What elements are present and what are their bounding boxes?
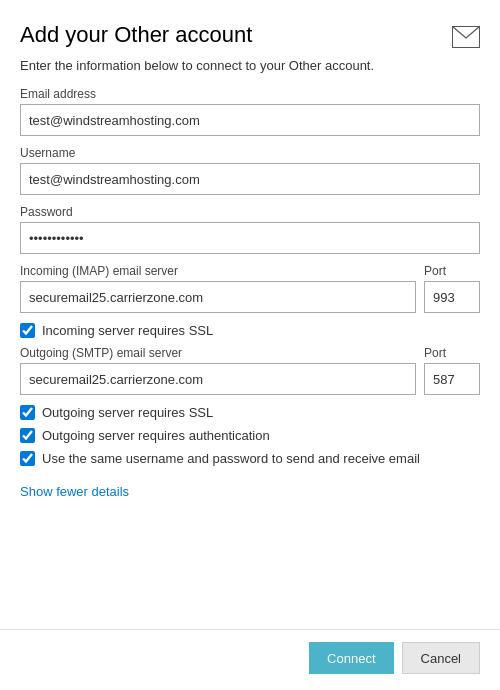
form-body: Email address Username Password Incoming… <box>0 87 500 629</box>
outgoing-auth-checkbox[interactable] <box>20 428 35 443</box>
outgoing-server-field-group: Outgoing (SMTP) email server Port <box>20 346 480 395</box>
incoming-port-group: Port <box>424 264 480 313</box>
incoming-port-input[interactable] <box>424 281 480 313</box>
page-title: Add your Other account <box>20 22 252 48</box>
email-field-group: Email address <box>20 87 480 136</box>
footer: Connect Cancel <box>0 630 500 690</box>
mail-icon <box>452 26 480 48</box>
page-container: Add your Other account Enter the informa… <box>0 0 500 690</box>
incoming-ssl-group: Incoming server requires SSL <box>20 323 480 338</box>
incoming-server-field-group: Incoming (IMAP) email server Port <box>20 264 480 313</box>
outgoing-port-input[interactable] <box>424 363 480 395</box>
outgoing-port-group: Port <box>424 346 480 395</box>
password-input[interactable] <box>20 222 480 254</box>
incoming-server-input[interactable] <box>20 281 416 313</box>
incoming-server-label: Incoming (IMAP) email server <box>20 264 416 278</box>
outgoing-ssl-checkbox[interactable] <box>20 405 35 420</box>
outgoing-auth-label[interactable]: Outgoing server requires authentication <box>42 428 270 443</box>
same-credentials-group: Use the same username and password to se… <box>20 451 480 466</box>
outgoing-server-input[interactable] <box>20 363 416 395</box>
incoming-ssl-label[interactable]: Incoming server requires SSL <box>42 323 213 338</box>
username-input[interactable] <box>20 163 480 195</box>
same-credentials-label[interactable]: Use the same username and password to se… <box>42 451 420 466</box>
incoming-port-label: Port <box>424 264 480 278</box>
same-credentials-checkbox[interactable] <box>20 451 35 466</box>
outgoing-port-label: Port <box>424 346 480 360</box>
incoming-server-wrap: Incoming (IMAP) email server <box>20 264 416 313</box>
outgoing-auth-group: Outgoing server requires authentication <box>20 428 480 443</box>
outgoing-server-wrap: Outgoing (SMTP) email server <box>20 346 416 395</box>
incoming-ssl-checkbox[interactable] <box>20 323 35 338</box>
cancel-button[interactable]: Cancel <box>402 642 480 674</box>
show-fewer-details-link[interactable]: Show fewer details <box>20 484 129 499</box>
connect-button[interactable]: Connect <box>309 642 393 674</box>
email-label: Email address <box>20 87 480 101</box>
header: Add your Other account <box>0 0 500 58</box>
description-text: Enter the information below to connect t… <box>0 58 500 87</box>
email-input[interactable] <box>20 104 480 136</box>
password-field-group: Password <box>20 205 480 254</box>
outgoing-ssl-label[interactable]: Outgoing server requires SSL <box>42 405 213 420</box>
outgoing-ssl-group: Outgoing server requires SSL <box>20 405 480 420</box>
outgoing-server-label: Outgoing (SMTP) email server <box>20 346 416 360</box>
username-label: Username <box>20 146 480 160</box>
password-label: Password <box>20 205 480 219</box>
username-field-group: Username <box>20 146 480 195</box>
